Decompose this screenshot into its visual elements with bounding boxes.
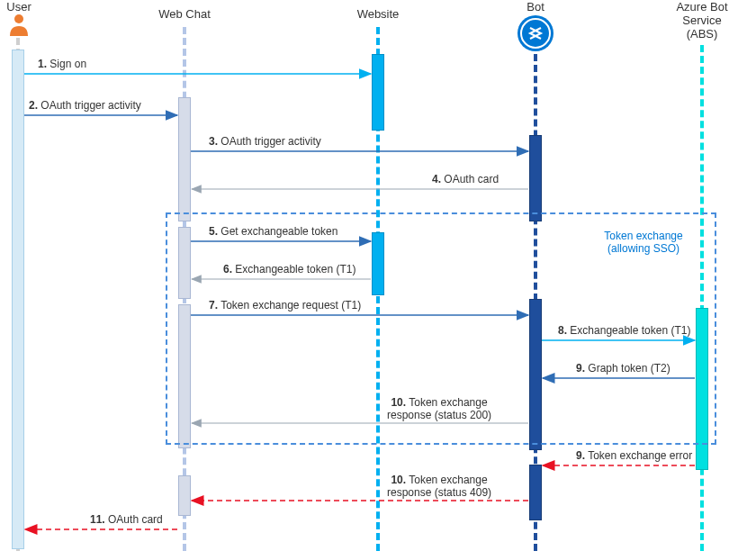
msg-6: 6. Exchangeable token (T1) (223, 263, 356, 275)
svg-point-0 (14, 14, 23, 23)
msg-8: 8. Exchangeable token (T1) (558, 324, 690, 337)
msg-3: 3. OAuth trigger activity (209, 135, 321, 148)
participant-user: User (5, 0, 32, 39)
participant-bot: Bot (513, 0, 558, 56)
annotation-token-exchange: Token exchange (allowing SSO) (594, 230, 693, 255)
user-icon (9, 14, 29, 36)
activation-webchat-1 (178, 97, 191, 221)
participant-website: Website (356, 7, 400, 21)
svg-point-2 (521, 19, 550, 48)
sequence-diagram: User Web Chat Website Bot Azure Bot Serv… (0, 0, 747, 560)
participant-abs: Azure Bot Service (ABS) (673, 0, 731, 41)
msg-5: 5. Get exchangeable token (209, 225, 338, 238)
activation-bot-1 (529, 135, 542, 221)
msg-1: 1. Sign on (38, 58, 86, 70)
msg-10: 10. Token exchange response (status 200) (387, 396, 491, 421)
msg-9b: 9. Token exchange error (576, 449, 692, 462)
msg-7: 7. Token exchange request (T1) (209, 299, 361, 312)
participant-webchat: Web Chat (158, 7, 212, 21)
msg-10b: 10. Token exchange response (status 409) (387, 474, 491, 499)
msg-4: 4. OAuth card (432, 173, 499, 185)
bot-icon (516, 14, 555, 53)
activation-user (12, 50, 24, 549)
msg-11: 11. OAuth card (90, 513, 163, 526)
activation-webchat-4 (178, 475, 191, 516)
activation-bot-3 (529, 465, 542, 520)
msg-9: 9. Graph token (T2) (576, 362, 670, 375)
activation-website-1 (372, 54, 384, 131)
msg-2: 2. OAuth trigger activity (29, 99, 141, 112)
